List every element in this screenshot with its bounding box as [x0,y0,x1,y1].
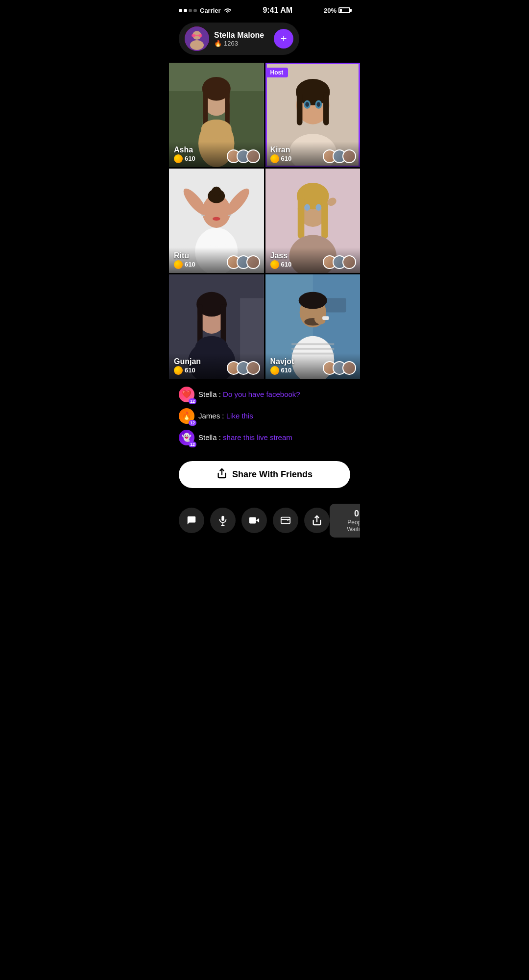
video-cell-kiran[interactable]: Host Kiran 610 [265,63,361,167]
signal-dot-1 [179,9,182,12]
svg-point-59 [298,292,327,309]
status-left: Carrier [179,7,232,14]
time-display: 9:41 AM [263,6,292,15]
chat-badge-num-1: 12 [189,398,196,404]
cell-avatars-kiran [323,149,356,163]
mini-avatar-j3 [342,255,356,269]
profile-header: Stella Malone 🔥 1263 + [179,23,299,55]
chat-sender-1: Stella [198,390,217,398]
svg-rect-65 [291,348,334,350]
status-right: 20% [324,7,350,14]
people-waiting-box: 0 People Waiting [330,504,360,538]
chat-badge-icon-1: ❤️ [182,390,192,399]
signal-dot-4 [193,9,197,12]
share-icon [216,468,227,481]
video-grid: Asha 610 Host [169,63,360,379]
svg-rect-73 [281,517,290,524]
share-button[interactable]: Share With Friends [179,461,350,488]
wifi-icon [224,7,232,14]
score-value: 1263 [224,40,238,47]
coin-value-jass: 610 [281,261,292,268]
svg-point-3 [190,40,204,50]
cell-avatars-gunjan [227,361,260,375]
chat-msg-3: share this live stream [223,433,292,441]
battery-percent: 20% [324,7,337,14]
chat-badge-icon-2: 🔥 [182,411,192,420]
chat-badge-stella-1: ❤️ 12 [179,387,194,402]
profile-score: 🔥 1263 [214,40,264,47]
video-cell-navjot[interactable]: Navjot 610 [265,274,361,379]
bottom-icons [179,508,330,533]
mini-avatar-n3 [342,361,356,375]
svg-point-15 [201,120,232,139]
video-cell-asha[interactable]: Asha 610 [169,63,264,167]
cell-avatars-navjot [323,361,356,375]
add-button[interactable]: + [274,29,293,49]
video-cell-gunjan[interactable]: Gunjan 610 [169,274,264,379]
people-waiting-count: 0 [337,509,360,519]
svg-rect-40 [297,196,304,239]
signal-dot-3 [189,9,192,12]
svg-rect-64 [291,343,334,345]
mini-avatar-g3 [246,361,260,375]
status-bar: Carrier 9:41 AM 20% [169,0,360,18]
coin-value-asha: 610 [185,155,195,162]
svg-rect-62 [322,316,329,320]
video-button[interactable] [241,508,267,533]
coin-icon-jass [270,260,279,269]
chat-colon-2: : [220,412,226,420]
svg-rect-4 [192,34,195,37]
share-label: Share With Friends [232,469,313,480]
video-cell-ritu[interactable]: Ritu 610 [169,169,264,273]
chat-badge-num-2: 12 [189,420,196,426]
svg-point-43 [304,204,310,211]
svg-rect-72 [249,517,256,524]
chat-msg-2: Like this [226,412,253,420]
carrier-label: Carrier [200,7,221,14]
microphone-button[interactable] [210,508,236,533]
chat-badge-icon-3: 👻 [182,433,192,442]
svg-rect-5 [198,34,202,37]
svg-rect-19 [296,92,302,125]
coin-icon-kiran [270,154,279,163]
chat-message-3: 👻 12 Stella : share this live stream [179,430,350,445]
mini-avatar-k3 [342,149,356,163]
fire-icon: 🔥 [214,40,222,47]
signal-dots [179,9,197,12]
svg-marker-71 [256,518,259,522]
share-section: Share With Friends [169,459,360,498]
video-cell-jass[interactable]: Jass 610 [265,169,361,273]
svg-point-36 [213,217,220,221]
svg-point-44 [315,204,321,211]
profile-name: Stella Malone [214,31,264,40]
chat-sender-2: James [198,412,220,420]
coin-icon-gunjan [174,366,183,375]
host-badge: Host [265,68,289,77]
chat-text-3: Stella : share this live stream [198,433,292,441]
chat-msg-1: Do you have facebook? [223,390,300,398]
avatar [185,26,209,51]
chat-text-1: Stella : Do you have facebook? [198,390,300,398]
signal-dot-2 [184,9,187,12]
chat-badge-stella-3: 👻 12 [179,430,194,445]
chat-section: ❤️ 12 Stella : Do you have facebook? 🔥 1… [169,379,360,459]
chat-message-2: 🔥 12 James : Like this [179,408,350,424]
share-bottom-button[interactable] [304,508,330,533]
chat-sender-3: Stella [198,433,217,441]
chat-badge-num-3: 12 [189,441,196,447]
mini-avatar-3 [246,149,260,163]
mini-avatar-r3 [246,255,260,269]
svg-point-35 [202,228,231,247]
chat-badge-james: 🔥 12 [179,408,194,424]
chat-button[interactable] [179,508,204,533]
chat-text-2: James : Like this [198,412,253,420]
coin-icon-ritu [174,260,183,269]
coin-icon-navjot [270,366,279,375]
svg-rect-20 [323,92,329,125]
wallet-button[interactable] [273,508,298,533]
coin-value-kiran: 610 [281,155,292,162]
svg-point-24 [316,102,320,107]
battery-icon [338,7,350,13]
profile-info: Stella Malone 🔥 1263 [214,31,264,47]
cell-avatars-ritu [227,255,260,269]
